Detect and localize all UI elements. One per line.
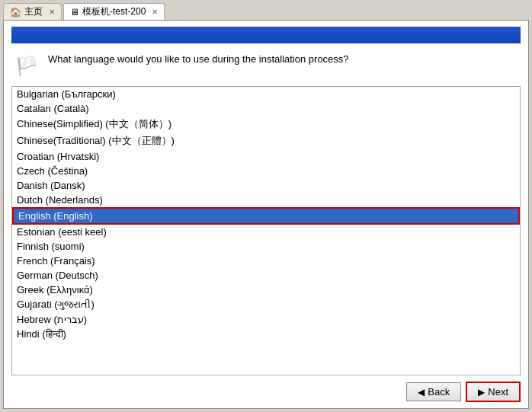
language-list[interactable]: Bulgarian (Български)Catalan (Català)Chi… [12,87,520,375]
header-section: 🏳️ What language would you like to use d… [4,48,528,86]
language-item[interactable]: Finnish (suomi) [12,239,520,254]
home-icon: 🏠 [10,7,21,18]
tab-home-label: 主页 [24,5,43,18]
tab-template[interactable]: 🖥 模板机-test-200 ✕ [63,3,165,20]
language-item[interactable]: English (English) [12,207,520,225]
language-item[interactable]: Estonian (eesti keel) [12,225,520,239]
language-item[interactable]: Chinese(Traditional) (中文（正體）) [12,133,520,149]
language-item[interactable]: Dutch (Nederlands) [12,193,520,207]
language-item[interactable]: Greek (Ελληνικά) [12,283,520,297]
language-item[interactable]: German (Deutsch) [12,268,520,283]
back-label: Back [428,386,450,398]
header-question: What language would you like to use duri… [48,53,349,66]
language-item[interactable]: Croatian (Hrvatski) [12,149,520,164]
tab-home-close[interactable]: ✕ [49,8,55,16]
tab-home[interactable]: 🏠 主页 ✕ [3,3,62,20]
tab-template-close[interactable]: ✕ [152,8,158,16]
language-item[interactable]: Gujarati (ગુજરાતી) [12,297,520,312]
main-window: 🏳️ What language would you like to use d… [3,20,529,409]
flag-icon: 🏳️ [13,53,40,80]
tab-bar: 🏠 主页 ✕ 🖥 模板机-test-200 ✕ [0,0,532,20]
language-item[interactable]: French (Français) [12,254,520,268]
back-button[interactable]: ◀ Back [406,382,461,401]
language-item[interactable]: Danish (Dansk) [12,178,520,193]
language-list-container: Bulgarian (Български)Catalan (Català)Chi… [11,86,521,375]
next-icon: ▶ [478,387,485,398]
template-icon: 🖥 [70,7,79,18]
tab-template-label: 模板机-test-200 [82,5,146,18]
next-button[interactable]: ▶ Next [466,382,521,402]
progress-bar-fill [11,27,521,43]
next-label: Next [488,386,508,398]
back-icon: ◀ [418,387,425,398]
language-item[interactable]: Catalan (Català) [12,101,520,116]
language-item[interactable]: Bulgarian (Български) [12,87,520,101]
button-area: ◀ Back ▶ Next [4,375,528,408]
language-item[interactable]: Hindi (हिन्दी) [12,327,520,342]
language-item[interactable]: Chinese(Simplified) (中文（简体）) [12,116,520,133]
progress-bar-container [11,27,521,43]
language-item[interactable]: Hebrew (עברית) [12,312,520,327]
language-item[interactable]: Czech (Čeština) [12,164,520,178]
